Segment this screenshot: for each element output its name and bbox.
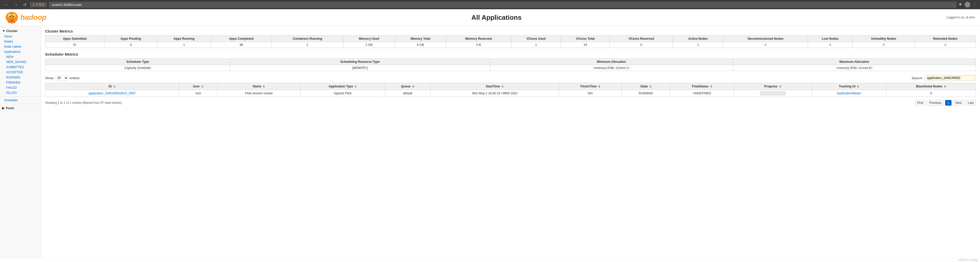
menu-icon[interactable]: ⋮	[973, 2, 977, 8]
col-progress[interactable]: Progress ⇅	[734, 83, 811, 90]
back-button[interactable]: ←	[3, 2, 10, 8]
val-vcores-reserved: 0	[610, 42, 673, 48]
hadoop-elephant-icon	[5, 11, 19, 24]
sidebar-item-killed[interactable]: KILLED	[0, 90, 41, 95]
col-tracking-ui[interactable]: Tracking UI ⇅	[811, 83, 886, 90]
user-avatar	[965, 2, 970, 8]
first-button[interactable]: First	[915, 100, 925, 106]
search-area: Search:	[912, 75, 976, 81]
col-start-time[interactable]: StartTime ⇅	[431, 83, 559, 90]
last-button[interactable]: Last	[966, 100, 976, 106]
col-queue[interactable]: Queue ⇅	[385, 83, 431, 90]
finishtime-sort-icon: ⇅	[598, 85, 600, 88]
sidebar-tools[interactable]: ▶ Tools	[0, 105, 41, 111]
copyright: ©2021 ® In.Frag.	[0, 258, 980, 262]
forward-button[interactable]: →	[12, 2, 19, 8]
sidebar-item-accepted[interactable]: ACCEPTED	[0, 70, 41, 75]
table-row: application_1646190502615_0097 root Flin…	[45, 90, 976, 97]
app-user-cell: root	[179, 90, 218, 97]
applications-table: ID ⇅ User ⇅ Name ⇅ Application Type ⇅ Qu…	[45, 83, 976, 97]
scheduler-metrics-table: Scheduler Type Scheduling Resource Type …	[45, 59, 976, 71]
col-id[interactable]: ID ⇅	[45, 83, 179, 90]
cluster-metrics-table: Apps Submitted Apps Pending Apps Running…	[45, 35, 976, 48]
col-user[interactable]: User ⇅	[179, 83, 218, 90]
col-blacklisted-nodes[interactable]: Blacklisted Nodes ⇅	[886, 83, 976, 90]
col-finish-time[interactable]: FinishTime ⇅	[559, 83, 622, 90]
col-state[interactable]: State ⇅	[622, 83, 670, 90]
app-progress-cell	[734, 90, 811, 97]
app-tracking-ui-cell[interactable]: ApplicationMaster	[811, 90, 886, 97]
metrics-row: 97 0 1 96 1 2 GB 6 GB 0 B 1 24 0 3 0 0	[45, 42, 976, 48]
app-blacklisted-nodes-cell: 0	[886, 90, 976, 97]
app-queue-cell: default	[385, 90, 431, 97]
col-vcores-used: VCores Used	[511, 36, 561, 42]
col-apps-completed: Apps Completed	[211, 36, 272, 42]
val-unhealthy-nodes[interactable]: 0	[853, 42, 915, 48]
hadoop-logo-text: hadoop	[21, 13, 46, 22]
refresh-button[interactable]: ↺	[22, 2, 28, 8]
trackingui-sort-icon: ⇅	[857, 85, 859, 88]
col-memory-used: Memory Used	[343, 36, 395, 42]
user-sort-icon: ⇅	[201, 85, 203, 88]
col-final-status[interactable]: FinalStatus ⇅	[670, 83, 734, 90]
val-apps-pending: 0	[104, 42, 157, 48]
app-state-cell: RUNNING	[622, 90, 670, 97]
sidebar-item-new-saving[interactable]: NEW_SAVING	[0, 59, 41, 65]
col-memory-reserved: Memory Reserved	[446, 36, 511, 42]
col-minimum-allocation: Minimum Allocation	[490, 59, 733, 65]
app-type-cell: Apache Flink	[301, 90, 385, 97]
col-name[interactable]: Name ⇅	[218, 83, 301, 90]
sidebar-item-scheduler[interactable]: Scheduler	[0, 98, 41, 103]
queue-sort-icon: ⇅	[412, 85, 414, 88]
sidebar-item-applications[interactable]: Applications	[0, 49, 41, 54]
sidebar-item-new[interactable]: NEW	[0, 54, 41, 59]
starttime-sort-icon: ⇅	[501, 85, 504, 88]
search-input[interactable]	[924, 75, 976, 81]
cluster-metrics-title: Cluster Metrics	[45, 29, 976, 33]
sidebar-divider-2	[0, 104, 41, 104]
sidebar-item-nodes[interactable]: Nodes	[0, 39, 41, 44]
sidebar-item-failed[interactable]: FAILED	[0, 85, 41, 90]
val-rebooted-nodes[interactable]: 0	[915, 42, 976, 48]
content-area: Cluster Metrics Apps Submitted Apps Pend…	[41, 26, 980, 258]
sidebar-cluster[interactable]: ▼ Cluster	[0, 28, 41, 34]
tracking-ui-link[interactable]: ApplicationMaster	[837, 92, 861, 95]
col-app-type[interactable]: Application Type ⇅	[301, 83, 385, 90]
sidebar-item-node-labels[interactable]: Node Labels	[0, 44, 41, 49]
val-apps-running: 1	[157, 42, 211, 48]
val-scheduling-resource-type: [MEMORY]	[230, 65, 490, 71]
pagination: First Previous 1 Next Last	[915, 100, 976, 106]
val-active-nodes[interactable]: 3	[673, 42, 723, 48]
logged-in-text: Logged in as: dr.who	[947, 16, 975, 19]
page-1-button[interactable]: 1	[945, 100, 951, 106]
sidebar-item-running[interactable]: RUNNING	[0, 75, 41, 80]
search-label: Search:	[912, 76, 923, 80]
url-bar[interactable]	[49, 2, 956, 8]
main-layout: ▼ Cluster About Nodes Node Labels Applic…	[0, 26, 980, 258]
sidebar-item-finished[interactable]: FINISHED	[0, 80, 41, 85]
val-decommissioned-nodes[interactable]: 0	[723, 42, 808, 48]
security-indicator: ⚠ 不安全	[30, 2, 47, 8]
app-id-link[interactable]: application_1646190502615_0097	[89, 92, 136, 95]
app-id-cell[interactable]: application_1646190502615_0097	[45, 90, 179, 97]
sidebar: ▼ Cluster About Nodes Node Labels Applic…	[0, 26, 41, 258]
state-sort-icon: ⇅	[649, 85, 652, 88]
col-scheduler-type: Scheduler Type	[45, 59, 230, 65]
app-name-cell: Flink session cluster	[218, 90, 301, 97]
security-label: ⚠ 不安全	[32, 3, 45, 7]
sidebar-item-about[interactable]: About	[0, 34, 41, 39]
previous-button[interactable]: Previous	[927, 100, 943, 106]
val-memory-total: 6 GB	[395, 42, 446, 48]
blacklisted-sort-icon: ⇅	[944, 85, 946, 88]
scheduler-metrics-title: Scheduler Metrics	[45, 52, 976, 56]
next-button[interactable]: Next	[953, 100, 964, 106]
progress-bar-container	[760, 91, 786, 95]
svg-point-6	[14, 21, 15, 23]
val-apps-submitted: 97	[45, 42, 104, 48]
scheduler-row: Capacity Scheduler [MEMORY] <memory:2048…	[45, 65, 976, 71]
table-controls: Show 20 50 100 entries Search:	[45, 75, 976, 81]
val-lost-nodes[interactable]: 0	[808, 42, 853, 48]
entries-select[interactable]: 20 50 100	[55, 75, 68, 81]
entries-label: entries	[70, 76, 80, 80]
sidebar-item-submitted[interactable]: SUBMITTED	[0, 65, 41, 70]
